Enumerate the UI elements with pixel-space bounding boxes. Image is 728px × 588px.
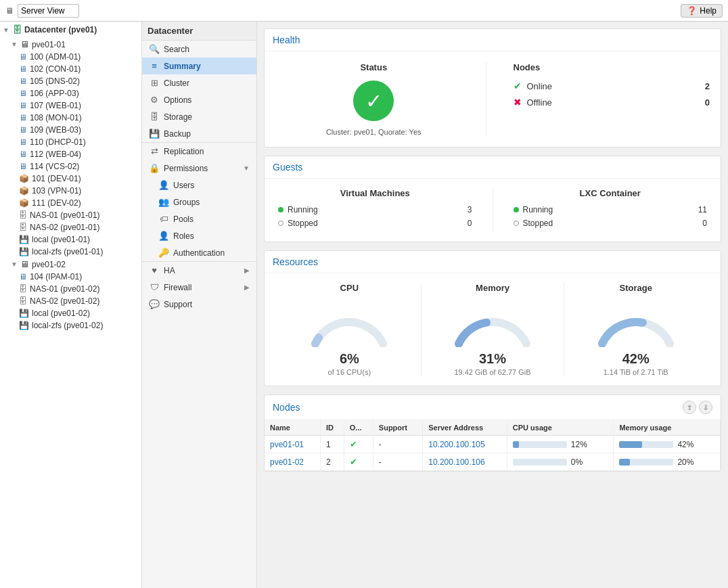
tree-vm-105[interactable]: 🖥105 (DNS-02) xyxy=(0,75,141,87)
tree-stor-local-02[interactable]: 💾local (pve01-02) xyxy=(0,307,141,319)
stor-label: NAS-01 (pve01-02) xyxy=(30,284,99,294)
nav-item-replication[interactable]: ⇄ Replication xyxy=(142,142,256,160)
nav-item-options[interactable]: ⚙ Options xyxy=(142,91,256,108)
vm-icon: 🖥 xyxy=(19,89,27,98)
nav-label-support: Support xyxy=(164,300,192,309)
node-name-pve01-01[interactable]: pve01-01 xyxy=(265,436,321,453)
vm-icon: 🖥 xyxy=(19,125,27,135)
nav-label-replication: Replication xyxy=(164,147,204,156)
storage-sub: 1.14 TiB of 2.71 TiB xyxy=(564,368,707,376)
tree-stor-local-01[interactable]: 💾local (pve01-01) xyxy=(0,233,141,246)
storage-gauge xyxy=(592,300,680,347)
nav-item-search[interactable]: 🔍 Search xyxy=(142,41,256,58)
tree-stor-nas01-02[interactable]: 🗄NAS-01 (pve01-02) xyxy=(0,283,141,295)
tree-vm-100[interactable]: 🖥100 (ADM-01) xyxy=(0,51,141,63)
tree-ct-111[interactable]: 📦111 (DEV-02) xyxy=(0,197,141,209)
check-icon: ✓ xyxy=(365,89,382,113)
guests-section: Guests Virtual Machines Running 3 Stoppe… xyxy=(264,156,721,242)
tree-vm-108[interactable]: 🖥108 (MON-01) xyxy=(0,112,141,124)
nav-label-options: Options xyxy=(164,95,191,105)
nodes-title: Nodes xyxy=(514,62,710,72)
nav-item-roles[interactable]: 👤 Roles xyxy=(142,227,256,244)
vm-icon: 🖥 xyxy=(19,101,27,110)
nav-label-authentication: Authentication xyxy=(173,248,225,258)
tree-vm-102[interactable]: 🖥102 (CON-01) xyxy=(0,63,141,75)
nav-item-cluster[interactable]: ⊞ Cluster xyxy=(142,74,256,91)
tree-stor-nas02-02[interactable]: 🗄NAS-02 (pve01-02) xyxy=(0,295,141,307)
resources-content: CPU 6% of 16 CPU(s) Memory xyxy=(265,273,721,386)
stor-label: NAS-02 (pve01-02) xyxy=(30,296,99,306)
online-row: ✔ Online 2 xyxy=(514,81,710,91)
node-mem-2: 20% xyxy=(614,453,721,471)
storage-icon: 🗄 xyxy=(149,112,160,122)
storage-percent: 42% xyxy=(564,351,707,367)
nav-item-ha[interactable]: ♥ HA ▶ xyxy=(142,261,256,279)
nav-item-firewall[interactable]: 🛡 Firewall ▶ xyxy=(142,279,256,296)
node-cpu-2: 0% xyxy=(507,453,614,471)
tree-vm-107[interactable]: 🖥107 (WEB-01) xyxy=(0,99,141,112)
tree-ct-103[interactable]: 📦103 (VPN-01) xyxy=(0,185,141,197)
col-support: Support xyxy=(373,420,422,436)
nav-label-pools: Pools xyxy=(173,214,194,224)
cpu-gauge xyxy=(305,300,393,347)
nav-label-search: Search xyxy=(164,45,189,54)
storage-title: Storage xyxy=(564,283,707,293)
memory-col: Memory 31% 19.42 GiB of 62.77 GiB xyxy=(422,283,565,376)
tree-vm-112[interactable]: 🖥112 (WEB-04) xyxy=(0,148,141,160)
nav-header: Datacenter xyxy=(142,22,256,41)
stor-label: NAS-01 (pve01-01) xyxy=(30,210,99,220)
health-content: Status ✓ Cluster: pve01, Quorate: Yes No… xyxy=(265,51,721,147)
tree-node-pve01-01[interactable]: ▼ 🖥 pve01-01 xyxy=(0,38,141,51)
nodes-prev-button[interactable]: ⇧ xyxy=(683,401,696,414)
main-layout: ▼ 🗄 Datacenter (pve01) ▼ 🖥 pve01-01 🖥100… xyxy=(0,22,728,588)
tree-vm-114[interactable]: 🖥114 (VCS-02) xyxy=(0,160,141,173)
tree-stor-localzfs-01[interactable]: 💾local-zfs (pve01-01) xyxy=(0,246,141,258)
nav-label-permissions: Permissions xyxy=(164,164,208,173)
memory-percent: 31% xyxy=(422,351,564,367)
node-name-pve01-02[interactable]: pve01-02 xyxy=(265,453,321,471)
nav-item-pools[interactable]: 🏷 Pools xyxy=(142,210,256,227)
tree-node-pve01-02[interactable]: ▼ 🖥 pve01-02 xyxy=(0,258,141,271)
nav-item-permissions[interactable]: 🔒 Permissions ▼ xyxy=(142,160,256,177)
tree-stor-nas02-01[interactable]: 🗄NAS-02 (pve01-01) xyxy=(0,221,141,233)
lxc-running-label: Running xyxy=(523,205,553,214)
lxc-running-count: 11 xyxy=(698,205,707,214)
node-id-2: 2 xyxy=(321,453,344,471)
vm-label: 105 (DNS-02) xyxy=(30,76,80,86)
nav-label-firewall: Firewall xyxy=(164,283,191,292)
nav-item-support[interactable]: 💬 Support xyxy=(142,296,256,313)
nav-item-authentication[interactable]: 🔑 Authentication xyxy=(142,244,256,261)
health-section-header: Health xyxy=(265,29,721,51)
tree-stor-nas01-01[interactable]: 🗄NAS-01 (pve01-01) xyxy=(0,209,141,221)
lxc-stopped-label: Stopped xyxy=(523,219,553,228)
col-cpu-usage: CPU usage xyxy=(507,420,614,436)
view-selector[interactable]: Server View xyxy=(18,4,79,18)
stor-label: local (pve01-02) xyxy=(32,309,90,318)
stor-icon: 💾 xyxy=(19,321,29,330)
tree-ct-101[interactable]: 📦101 (DEV-01) xyxy=(0,173,141,185)
ct-icon: 📦 xyxy=(19,198,29,208)
help-button[interactable]: ❓ Help xyxy=(681,4,723,18)
nav-item-groups[interactable]: 👥 Groups xyxy=(142,194,256,210)
nav-item-backup[interactable]: 💾 Backup xyxy=(142,125,256,142)
node-address-2[interactable]: 10.200.100.106 xyxy=(423,453,507,471)
nav-item-users[interactable]: 👤 Users xyxy=(142,177,256,194)
cpu-bar-1 xyxy=(513,441,520,448)
nav-label-cluster: Cluster xyxy=(164,78,189,88)
tree-vm-110[interactable]: 🖥110 (DHCP-01) xyxy=(0,136,141,148)
nav-item-summary[interactable]: ≡ Summary xyxy=(142,58,256,74)
nav-item-storage[interactable]: 🗄 Storage xyxy=(142,108,256,125)
tree-stor-localzfs-02[interactable]: 💾local-zfs (pve01-02) xyxy=(0,319,141,332)
left-panel: ▼ 🗄 Datacenter (pve01) ▼ 🖥 pve01-01 🖥100… xyxy=(0,22,142,588)
vm-icon: 🖥 xyxy=(19,113,27,122)
replication-icon: ⇄ xyxy=(149,146,160,156)
tree-vm-104[interactable]: 🖥104 (IPAM-01) xyxy=(0,271,141,283)
tree-vm-106[interactable]: 🖥106 (APP-03) xyxy=(0,87,141,99)
cpu-title: CPU xyxy=(278,283,421,293)
nodes-next-button[interactable]: ⇩ xyxy=(699,401,712,414)
node-address-1[interactable]: 10.200.100.105 xyxy=(423,436,507,453)
health-status-col: Status ✓ Cluster: pve01, Quorate: Yes xyxy=(275,62,486,136)
health-nodes-col: Nodes ✔ Online 2 ✖ Offline 0 xyxy=(486,62,710,136)
tree-vm-109[interactable]: 🖥109 (WEB-03) xyxy=(0,124,141,136)
tree-root-datacenter[interactable]: ▼ 🗄 Datacenter (pve01) xyxy=(0,22,141,38)
